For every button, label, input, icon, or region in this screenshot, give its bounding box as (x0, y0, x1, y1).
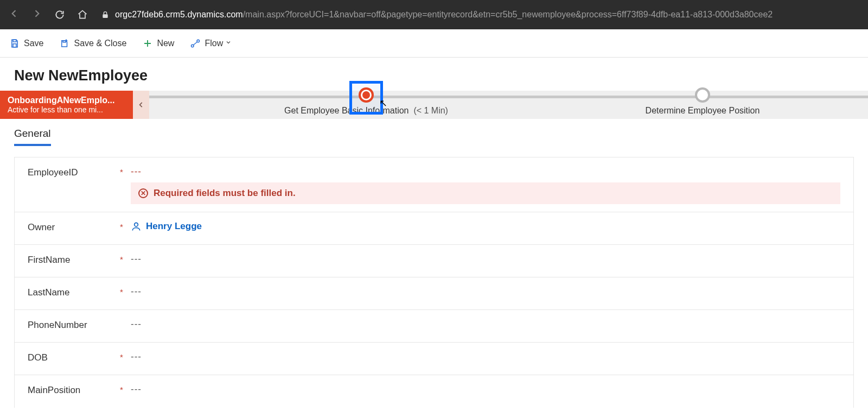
home-button[interactable] (75, 7, 90, 22)
back-button[interactable] (7, 6, 22, 24)
field-label: PhoneNumber (28, 319, 120, 331)
bpf-process-name: OnboardingANewEmplo... (8, 96, 125, 105)
page-title: New NewEmployee (14, 67, 854, 84)
required-indicator: * (120, 254, 131, 264)
owner-value: Henry Legge (146, 221, 202, 232)
required-indicator: * (120, 286, 131, 296)
command-bar: Save Save & Close New Flow (0, 29, 868, 58)
firstname-input[interactable]: --- (131, 254, 840, 264)
field-label: Owner (28, 221, 120, 233)
field-row-dob: DOB * --- (15, 343, 853, 375)
svg-rect-3 (63, 40, 66, 42)
business-process-flow: OnboardingANewEmplo... Active for less t… (0, 91, 868, 119)
bpf-stage-position[interactable]: Determine Employee Position (594, 91, 811, 116)
field-row-firstname: FirstName * --- (15, 245, 853, 277)
form-section-general: EmployeeID * --- ✕ Required fields must … (14, 157, 854, 408)
flow-label: Flow (205, 39, 223, 48)
field-row-phonenumber: PhoneNumber --- (15, 310, 853, 343)
required-indicator: * (120, 221, 131, 231)
stage-node[interactable] (695, 87, 710, 103)
person-icon (131, 221, 142, 232)
new-button[interactable]: New (141, 35, 176, 52)
save-close-button[interactable]: Save & Close (58, 35, 129, 52)
svg-rect-1 (13, 40, 16, 42)
svg-point-6 (135, 223, 138, 226)
save-close-label: Save & Close (74, 39, 126, 48)
required-indicator (120, 319, 131, 320)
save-icon (10, 39, 20, 48)
chevron-down-icon (225, 39, 232, 47)
bpf-track: ↖ Get Employee Basic Information (< 1 Mi… (149, 91, 868, 119)
reload-button[interactable] (52, 7, 67, 22)
browser-chrome: orgc27fdeb6.crm5.dynamics.com/main.aspx?… (0, 0, 868, 29)
url-text: orgc27fdeb6.crm5.dynamics.com/main.aspx?… (115, 10, 773, 20)
field-label: FirstName (28, 254, 120, 265)
field-row-employeeid: EmployeeID * --- ✕ Required fields must … (15, 157, 853, 212)
owner-lookup[interactable]: Henry Legge (131, 221, 840, 232)
field-label: DOB (28, 351, 120, 363)
form-tabs: General (0, 119, 868, 146)
error-icon: ✕ (138, 188, 148, 198)
field-row-lastname: LastName * --- (15, 277, 853, 310)
field-label: EmployeeID (28, 166, 120, 178)
field-label: MainPosition (28, 384, 120, 396)
required-indicator: * (120, 351, 131, 362)
svg-rect-2 (13, 43, 16, 47)
phonenumber-input[interactable]: --- (131, 319, 840, 330)
lock-icon (101, 10, 110, 19)
field-error-box: ✕ Required fields must be filled in. (131, 182, 840, 204)
bpf-collapse-button[interactable] (133, 91, 149, 119)
address-bar[interactable]: orgc27fdeb6.crm5.dynamics.com/main.aspx?… (98, 10, 861, 20)
stage-label: Determine Employee Position (594, 106, 811, 116)
required-indicator: * (120, 166, 131, 176)
bpf-stage-basic-info[interactable]: ↖ Get Employee Basic Information (< 1 Mi… (258, 91, 475, 116)
mainposition-input[interactable]: --- (131, 384, 840, 395)
forward-button[interactable] (29, 6, 44, 24)
new-label: New (157, 39, 174, 48)
flow-icon (190, 39, 200, 48)
svg-rect-0 (103, 14, 107, 18)
page-header: New NewEmployee (0, 58, 868, 91)
save-close-icon (60, 39, 69, 48)
field-row-mainposition: MainPosition * --- (15, 375, 853, 408)
bpf-process-status: Active for less than one mi... (8, 105, 125, 114)
employeeid-input[interactable]: --- (131, 166, 840, 177)
save-button[interactable]: Save (8, 35, 46, 52)
field-label: LastName (28, 286, 120, 298)
field-error-text: Required fields must be filled in. (154, 188, 296, 199)
bpf-process-badge[interactable]: OnboardingANewEmplo... Active for less t… (0, 91, 133, 119)
required-indicator: * (120, 384, 131, 394)
flow-button[interactable]: Flow (188, 35, 234, 52)
lastname-input[interactable]: --- (131, 286, 840, 297)
tab-general[interactable]: General (14, 128, 51, 146)
dob-input[interactable]: --- (131, 351, 840, 362)
stage-node-active[interactable] (359, 87, 374, 103)
form-area: EmployeeID * --- ✕ Required fields must … (0, 146, 868, 408)
plus-icon (143, 39, 152, 48)
field-row-owner: Owner * Henry Legge (15, 212, 853, 245)
save-label: Save (24, 39, 43, 48)
